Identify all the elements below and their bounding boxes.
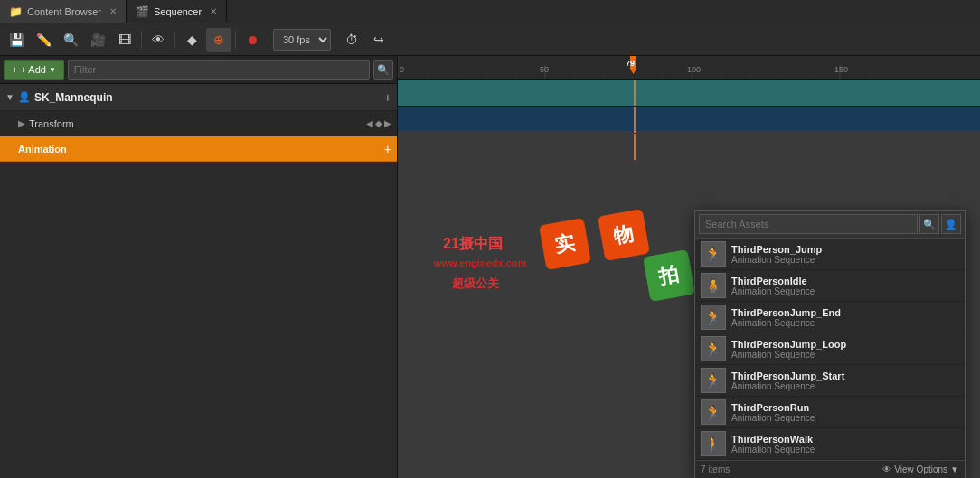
asset-item-5[interactable]: 🏃 ThirdPersonRun Animation Sequence <box>695 397 965 428</box>
asset-item-0[interactable]: 🏃 ThirdPerson_Jump Animation Sequence <box>695 239 965 270</box>
timeline-row-2 <box>398 107 980 134</box>
tab-sequencer-close[interactable]: ✕ <box>210 6 217 16</box>
asset-name-0: ThirdPerson_Jump <box>731 244 959 255</box>
fps-dropdown[interactable]: 30 fps 24 fps 60 fps <box>273 29 331 51</box>
add-key-icon[interactable]: ◆ <box>375 118 382 128</box>
camera-icon: 🎥 <box>90 33 106 47</box>
stick-figure-icon-0: 🏃 <box>704 246 722 263</box>
circle-button[interactable]: ⊕ <box>206 28 231 52</box>
tab-content-browser[interactable]: 📁 Content Browser ✕ <box>0 0 127 23</box>
filter-search-button[interactable]: 🔍 <box>373 60 393 80</box>
asset-type-0: Animation Sequence <box>731 255 959 265</box>
search-assets-input[interactable] <box>699 214 918 234</box>
film-icon: 🎞 <box>118 33 131 47</box>
timeline-ruler[interactable]: 0 50 79 100 150 <box>398 56 980 80</box>
watermark-text-1: 21摄中国 <box>443 235 503 254</box>
watermark-text-3: 超级公关 <box>452 276 499 292</box>
edit-icon: ✏️ <box>36 33 52 47</box>
diamond-icon: ◆ <box>187 33 197 47</box>
search-icon: 🔍 <box>63 33 79 47</box>
asset-item-4[interactable]: 🏃 ThirdPersonJump_Start Animation Sequen… <box>695 365 965 397</box>
search-assets-header: 🔍 👤 <box>695 211 965 239</box>
search-button[interactable]: 🔍 <box>58 28 83 52</box>
prev-key-icon[interactable]: ◀ <box>366 118 373 128</box>
tab-sequencer[interactable]: 🎬 Sequencer ✕ <box>127 0 227 23</box>
asset-name-1: ThirdPersonIdle <box>731 276 959 286</box>
eye-button[interactable]: 👁 <box>146 28 171 52</box>
stick-figure-icon-4: 🏃 <box>704 372 722 389</box>
asset-info-6: ThirdPersonWalk Animation Sequence <box>731 434 959 455</box>
save-button[interactable]: 💾 <box>4 28 29 52</box>
right-panel: 0 50 79 100 150 <box>398 56 980 478</box>
asset-info-1: ThirdPersonIdle Animation Sequence <box>731 276 959 296</box>
asset-thumbnail-1: 🧍 <box>701 273 726 298</box>
asset-name-5: ThirdPersonRun <box>731 402 959 413</box>
keyframe-nav: ◀ ◆ ▶ <box>366 118 391 128</box>
asset-thumbnail-6: 🚶 <box>701 431 726 456</box>
asset-item-3[interactable]: 🏃 ThirdPersonJump_Loop Animation Sequenc… <box>695 333 965 365</box>
sk-mannequin-track[interactable]: ▼ 👤 SK_Mannequin + <box>0 84 397 111</box>
record-icon: ⏺ <box>246 33 259 47</box>
add-icon: + <box>12 64 17 75</box>
expand-icon: ▼ <box>5 92 14 102</box>
asset-name-2: ThirdPersonJump_End <box>731 307 959 318</box>
add-button-label: + Add <box>20 64 45 75</box>
asset-item-1[interactable]: 🧍 ThirdPersonIdle Animation Sequence <box>695 270 965 302</box>
search-assets-user-icon[interactable]: 👤 <box>941 214 961 234</box>
asset-name-4: ThirdPersonJump_Start <box>731 370 959 381</box>
film-button[interactable]: 🎞 <box>112 28 137 52</box>
transport-button[interactable]: ↪ <box>366 28 391 52</box>
sk-mannequin-name: SK_Mannequin <box>34 91 384 104</box>
asset-thumbnail-0: 🏃 <box>701 241 726 267</box>
add-to-track-button[interactable]: + <box>384 90 391 105</box>
next-key-icon[interactable]: ▶ <box>384 118 391 128</box>
asset-thumbnail-3: 🏃 <box>701 336 726 361</box>
tab-sequencer-label: Sequencer <box>154 6 202 17</box>
playhead-line-1 <box>634 80 636 106</box>
view-options-button[interactable]: 👁 View Options ▼ <box>882 464 959 474</box>
time-button[interactable]: ⏱ <box>339 28 364 52</box>
asset-item-2[interactable]: 🏃 ThirdPersonJump_End Animation Sequence <box>695 302 965 333</box>
stick-figure-icon-5: 🏃 <box>704 404 722 421</box>
stick-figure-icon-6: 🚶 <box>704 436 722 453</box>
stick-figure-icon-2: 🏃 <box>704 309 722 326</box>
watermark-badge-3: 拍 <box>643 249 695 302</box>
filter-input[interactable] <box>68 60 370 80</box>
toolbar: 💾 ✏️ 🔍 🎥 🎞 👁 ◆ ⊕ ⏺ 30 fps 24 fps 60 fps … <box>0 23 980 56</box>
tab-content-browser-close[interactable]: ✕ <box>109 6 117 16</box>
add-dropdown-icon: ▼ <box>49 66 56 74</box>
playhead-line-2 <box>634 107 636 133</box>
record-button[interactable]: ⏺ <box>240 28 265 52</box>
playhead-line-3 <box>634 134 636 160</box>
asset-type-2: Animation Sequence <box>731 318 959 328</box>
asset-info-4: ThirdPersonJump_Start Animation Sequence <box>731 370 959 391</box>
asset-thumbnail-2: 🏃 <box>701 305 726 330</box>
watermark-badge-1: 实 <box>539 218 591 270</box>
asset-thumbnail-4: 🏃 <box>701 368 726 393</box>
add-animation-button[interactable]: + <box>384 142 391 156</box>
track-list: ▼ 👤 SK_Mannequin + ▶ Transform ◀ ◆ ▶ Ani… <box>0 84 397 478</box>
svg-text:100: 100 <box>687 65 701 74</box>
asset-info-3: ThirdPersonJump_Loop Animation Sequence <box>731 339 959 360</box>
sequencer-icon: 🎬 <box>136 5 149 18</box>
left-panel: + + Add ▼ 🔍 ▼ 👤 SK_Mannequin + ▶ Transfo… <box>0 56 398 478</box>
edit-button[interactable]: ✏️ <box>31 28 56 52</box>
view-options-label: View Options <box>894 464 947 474</box>
diamond-button[interactable]: ◆ <box>179 28 204 52</box>
svg-text:50: 50 <box>540 65 549 74</box>
asset-item-6[interactable]: 🚶 ThirdPersonWalk Animation Sequence <box>695 428 965 460</box>
eye-view-icon: 👁 <box>882 464 891 474</box>
circle-icon: ⊕ <box>213 33 224 47</box>
search-assets-search-icon[interactable]: 🔍 <box>919 214 939 234</box>
items-count: 7 items <box>701 464 730 474</box>
add-filter-bar: + + Add ▼ 🔍 <box>0 56 397 84</box>
camera-button[interactable]: 🎥 <box>85 28 110 52</box>
separator-4 <box>269 31 269 49</box>
stick-figure-icon-3: 🏃 <box>704 341 722 358</box>
add-button[interactable]: + + Add ▼ <box>4 60 64 80</box>
animation-track[interactable]: Animation + <box>0 136 397 162</box>
content-browser-icon: 📁 <box>9 5 23 18</box>
watermark-badge-2: 物 <box>598 209 650 261</box>
transform-track[interactable]: ▶ Transform ◀ ◆ ▶ <box>0 111 397 136</box>
folder-icon: 👤 <box>18 91 31 103</box>
